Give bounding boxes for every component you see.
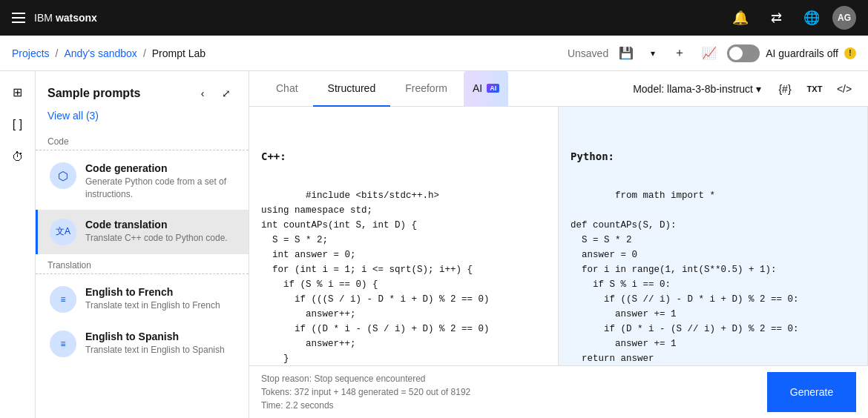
guardrails-label: AI guardrails off xyxy=(766,47,838,59)
cpp-code-content: #include <bits/stdc++.h> using namespace… xyxy=(261,190,490,365)
view-all-link[interactable]: View all (3) xyxy=(36,110,249,130)
breadcrumb-sandbox[interactable]: Andy's sandbox xyxy=(64,47,137,59)
brand-name: watsonx xyxy=(56,12,97,24)
brand-prefix: IBM xyxy=(34,12,53,24)
generate-button[interactable]: Generate xyxy=(767,372,856,412)
braces-icon[interactable]: {#} xyxy=(773,77,797,101)
model-selector[interactable]: Model: llama-3-8b-instruct ▾ xyxy=(627,80,767,98)
model-name: Model: llama-3-8b-instruct xyxy=(633,83,753,95)
breadcrumb-current: Prompt Lab xyxy=(152,47,206,59)
menu-button[interactable] xyxy=(12,13,25,23)
code-translation-content: Code translation Translate C++ code to P… xyxy=(85,219,237,245)
breadcrumb-actions: Unsaved 💾 ▾ ＋ 📈 AI guardrails off ! xyxy=(568,42,856,65)
tab-bar: Chat Structured Freeform AI AI Model: ll… xyxy=(249,71,868,107)
token-info: Tokens: 372 input + 148 generated = 520 … xyxy=(261,385,470,399)
warning-icon: ! xyxy=(844,47,856,59)
icon-rail: ⊞ [ ] ⏱ xyxy=(0,71,36,418)
nav-actions: 🔔 ⇄ 🌐 AG xyxy=(726,3,856,33)
ai-badge: AI xyxy=(487,84,499,93)
english-french-title: English to French xyxy=(85,286,237,298)
code-generation-desc: Generate Python code from a set of instr… xyxy=(85,176,237,201)
english-spanish-title: English to Spanish xyxy=(85,331,237,342)
compare-icon[interactable]: ⇄ xyxy=(761,3,791,33)
tab-chat[interactable]: Chat xyxy=(261,71,313,107)
save-chevron-icon[interactable]: ▾ xyxy=(644,42,662,65)
tab-structured[interactable]: Structured xyxy=(313,71,391,107)
breadcrumb-projects[interactable]: Projects xyxy=(12,47,50,59)
tab-ai-label: AI xyxy=(473,82,482,94)
code-container: C++: #include <bits/stdc++.h> using name… xyxy=(249,107,868,365)
guardrails-toggle-container: AI guardrails off ! xyxy=(727,44,856,62)
sidebar-expand-icon[interactable]: ⤢ xyxy=(216,83,237,104)
status-bar: Stop reason: Stop sequence encountered T… xyxy=(249,365,868,418)
variables-icon[interactable]: [ ] xyxy=(3,110,33,139)
brand-logo: IBM watsonx xyxy=(34,12,97,24)
english-french-desc: Translate text in English to French xyxy=(85,299,237,312)
unsaved-label: Unsaved xyxy=(568,47,608,59)
status-info: Stop reason: Stop sequence encountered T… xyxy=(261,372,470,412)
panel-toggle-icon[interactable]: ⊞ xyxy=(3,77,33,107)
sidebar: Sample prompts ‹ ⤢ View all (3) Code ⬡ C… xyxy=(36,71,249,418)
save-icon[interactable]: 💾 xyxy=(614,42,638,65)
code-section-label: Code xyxy=(36,130,249,150)
globe-icon[interactable]: 🌐 xyxy=(797,3,826,33)
python-header: Python: xyxy=(571,148,855,165)
code-generation-icon: ⬡ xyxy=(50,162,76,189)
code-translation-title: Code translation xyxy=(85,219,237,230)
text-format-icon[interactable]: TXT xyxy=(803,77,826,101)
translation-section-label: Translation xyxy=(36,254,249,274)
tab-freeform[interactable]: Freeform xyxy=(390,71,462,107)
tab-toolbar: Model: llama-3-8b-instruct ▾ {#} TXT </> xyxy=(627,77,856,101)
sidebar-header-icons: ‹ ⤢ xyxy=(192,83,237,104)
sidebar-item-code-translation[interactable]: 文A Code translation Translate C++ code t… xyxy=(36,210,249,254)
content-area: Chat Structured Freeform AI AI Model: ll… xyxy=(249,71,868,418)
code-generation-content: Code generation Generate Python code fro… xyxy=(85,162,237,201)
main-layout: ⊞ [ ] ⏱ Sample prompts ‹ ⤢ View all (3) … xyxy=(0,71,868,418)
top-navigation: IBM watsonx 🔔 ⇄ 🌐 AG xyxy=(0,0,868,36)
python-code-panel[interactable]: Python: from math import * def countAPs(… xyxy=(559,107,868,365)
code-view-icon[interactable]: </> xyxy=(832,77,856,101)
toggle-knob xyxy=(729,47,743,60)
sidebar-item-code-generation[interactable]: ⬡ Code generation Generate Python code f… xyxy=(36,153,249,210)
model-chevron-icon: ▾ xyxy=(756,83,761,95)
cpp-code-panel[interactable]: C++: #include <bits/stdc++.h> using name… xyxy=(249,107,559,365)
english-spanish-content: English to Spanish Translate text in Eng… xyxy=(85,331,237,356)
english-spanish-icon: ≡ xyxy=(50,331,76,357)
breadcrumb-sep-2: / xyxy=(143,47,146,59)
history-icon[interactable]: ⏱ xyxy=(3,142,33,172)
sidebar-collapse-icon[interactable]: ‹ xyxy=(192,83,213,104)
sidebar-title: Sample prompts xyxy=(47,87,140,100)
python-code-content: from math import * def countAPs(S, D): S… xyxy=(571,190,799,365)
english-french-icon: ≡ xyxy=(50,286,76,313)
sidebar-header: Sample prompts ‹ ⤢ xyxy=(36,71,249,110)
code-translation-icon: 文A xyxy=(50,219,76,245)
sidebar-item-english-spanish[interactable]: ≡ English to Spanish Translate text in E… xyxy=(36,322,249,366)
avatar[interactable]: AG xyxy=(832,6,856,30)
sidebar-item-english-french[interactable]: ≡ English to French Translate text in En… xyxy=(36,277,249,322)
guardrails-toggle[interactable] xyxy=(727,44,760,62)
cpp-header: C++: xyxy=(261,148,546,165)
english-spanish-desc: Translate text in English to Spanish xyxy=(85,344,237,356)
stop-reason: Stop reason: Stop sequence encountered xyxy=(261,372,470,385)
chart-icon[interactable]: 📈 xyxy=(697,42,721,65)
time-info: Time: 2.2 seconds xyxy=(261,399,470,412)
notifications-icon[interactable]: 🔔 xyxy=(726,3,755,33)
english-french-content: English to French Translate text in Engl… xyxy=(85,286,237,312)
code-translation-desc: Translate C++ code to Python code. xyxy=(85,232,237,245)
breadcrumb-sep-1: / xyxy=(56,47,59,59)
code-generation-title: Code generation xyxy=(85,162,237,174)
breadcrumb-bar: Projects / Andy's sandbox / Prompt Lab U… xyxy=(0,36,868,71)
add-icon[interactable]: ＋ xyxy=(668,42,691,65)
tab-ai[interactable]: AI AI xyxy=(464,71,508,107)
